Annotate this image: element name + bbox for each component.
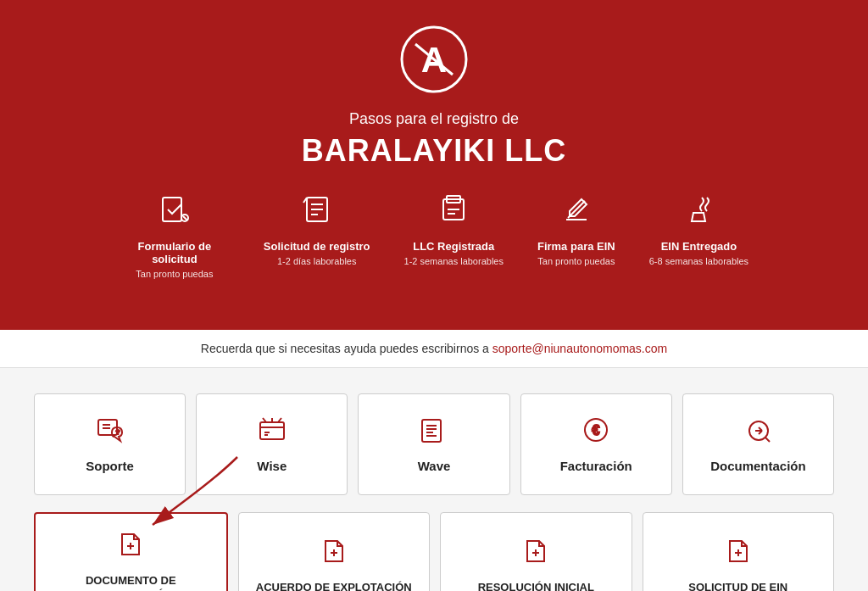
logo: A: [400, 25, 468, 93]
card-wise[interactable]: Wise: [196, 393, 348, 495]
facturacion-icon: €: [581, 415, 610, 450]
doc-card-explotacion-title: ACUERDO DE EXPLOTACIÓN: [256, 581, 412, 591]
step-4-label: Firma para EIN: [537, 240, 615, 253]
soporte-icon: ?: [96, 415, 125, 450]
doc-card-constitucion-title: DOCUMENTO DE CONSTITUCIÓN: [44, 574, 218, 591]
doc-card-solicitud[interactable]: SOLICITUD DE EIN Descargar: [643, 512, 835, 591]
card-documentacion[interactable]: Documentación: [682, 393, 834, 495]
wise-icon: [258, 415, 287, 450]
card-wave[interactable]: Wave: [358, 393, 509, 495]
step-3-icon: [438, 194, 469, 231]
solicitud-icon: [725, 538, 752, 571]
step-1-sublabel: Tan pronto puedas: [136, 269, 213, 279]
card-documentacion-label: Documentación: [710, 459, 806, 473]
header-section: A Pasos para el registro de BARALAYIKI L…: [0, 0, 868, 330]
step-5-label: EIN Entregado: [661, 240, 737, 253]
header-title: BARALAYIKI LLC: [17, 133, 851, 169]
top-cards-row: ? Soporte Wise: [34, 393, 834, 495]
step-1-label: Formulario de solicitud: [120, 240, 230, 265]
svg-rect-24: [422, 420, 441, 442]
svg-rect-3: [163, 198, 181, 221]
card-facturacion[interactable]: € Facturación: [520, 393, 672, 495]
card-soporte[interactable]: ? Soporte: [34, 393, 186, 495]
constitucion-icon: [117, 531, 144, 564]
steps-row: Formulario de solicitud Tan pronto pueda…: [17, 194, 851, 279]
step-3-sublabel: 1-2 semanas laborables: [404, 256, 504, 266]
main-content: ? Soporte Wise: [0, 368, 868, 591]
doc-section: DOCUMENTO DE CONSTITUCIÓN Descargar ACUE…: [34, 512, 834, 591]
doc-card-constitucion[interactable]: DOCUMENTO DE CONSTITUCIÓN Descargar: [34, 512, 228, 591]
step-5-icon: [683, 194, 714, 231]
step-5: EIN Entregado 6-8 semanas laborables: [649, 194, 748, 279]
support-email[interactable]: soporte@niunautonomomas.com: [492, 342, 667, 355]
step-3: LLC Registrada 1-2 semanas laborables: [404, 194, 504, 279]
documentacion-icon: [743, 415, 772, 450]
step-1-icon: [159, 194, 190, 231]
info-bar: Recuerda que si necesitas ayuda puedes e…: [0, 330, 868, 368]
step-4: Firma para EIN Tan pronto puedas: [537, 194, 615, 279]
step-2-label: Solicitud de registro: [264, 240, 370, 253]
card-facturacion-label: Facturación: [560, 459, 632, 473]
card-soporte-label: Soporte: [86, 459, 134, 473]
step-2-icon: [302, 194, 332, 231]
svg-rect-20: [260, 422, 284, 439]
explotacion-icon: [320, 538, 348, 571]
step-2: Solicitud de registro 1-2 días laborable…: [264, 194, 370, 279]
step-3-label: LLC Registrada: [413, 240, 494, 253]
doc-card-explotacion[interactable]: ACUERDO DE EXPLOTACIÓN Descargar: [238, 512, 431, 591]
card-wave-label: Wave: [418, 459, 451, 473]
svg-text:?: ?: [115, 428, 120, 436]
card-wise-label: Wise: [257, 459, 287, 473]
doc-cards-row: DOCUMENTO DE CONSTITUCIÓN Descargar ACUE…: [34, 512, 834, 591]
step-4-icon: [561, 194, 592, 231]
doc-card-solicitud-title: SOLICITUD DE EIN: [688, 581, 787, 591]
resolucion-icon: [522, 538, 549, 571]
svg-line-35: [765, 438, 770, 442]
step-2-sublabel: 1-2 días laborables: [277, 256, 357, 266]
step-4-sublabel: Tan pronto puedas: [537, 256, 615, 266]
step-5-sublabel: 6-8 semanas laborables: [649, 256, 748, 266]
doc-card-resolucion[interactable]: RESOLUCIÓN INICIAL Descargar: [440, 512, 632, 591]
info-text: Recuerda que si necesitas ayuda puedes e…: [201, 342, 667, 355]
wave-icon: [420, 415, 448, 450]
doc-card-resolucion-title: RESOLUCIÓN INICIAL: [478, 581, 594, 591]
header-subtitle: Pasos para el registro de: [17, 110, 851, 128]
svg-text:€: €: [593, 423, 600, 438]
step-1: Formulario de solicitud Tan pronto pueda…: [120, 194, 230, 279]
